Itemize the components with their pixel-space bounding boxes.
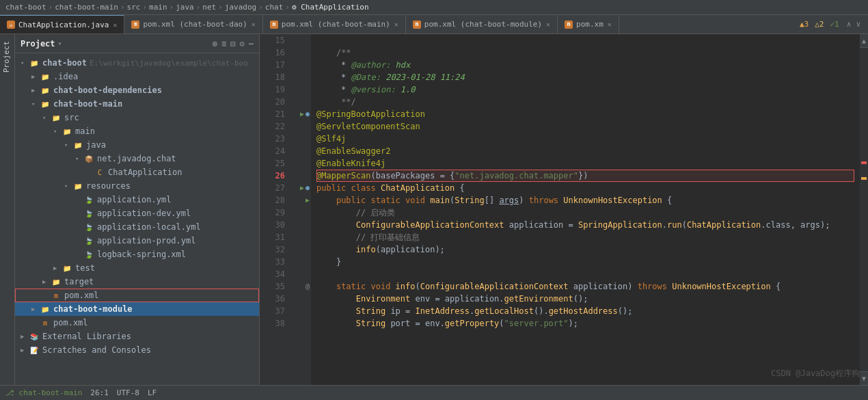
tree-item-label: net.javadog.chat [97, 154, 176, 163]
xml-file-icon-3: m [413, 21, 421, 29]
code-line-18: * @Date: 2023-01-28 11:24 [316, 71, 854, 83]
code-line-27: public class ChatApplication { [316, 182, 854, 194]
code-line-26: @MapperScan(basePackages = {"net.javadog… [316, 170, 854, 182]
tree-scratches[interactable]: ▶ 📝 Scratches and Consoles [15, 343, 259, 357]
toolbar-icon-minimize[interactable]: — [249, 39, 254, 49]
code-line-31: // 打印基础信息 [316, 231, 854, 243]
code-line-37: String ip = InetAddress.getLocalHost().g… [316, 305, 854, 317]
code-line-21: @SpringBootApplication [316, 108, 854, 120]
expand-arrow: ▾ [21, 59, 29, 66]
breadcrumb: chat-boot › chat-boot-main › src › main … [0, 0, 868, 15]
tree-external-libs[interactable]: ▶ 📚 External Libraries [15, 330, 259, 343]
tree-item-label: .idea [53, 72, 78, 81]
folder-icon: 📁 [40, 85, 51, 95]
tree-item-label: External Libraries [42, 332, 131, 341]
line-numbers: 15 16 17 18 19 20 21 22 23 24 25 26 27 2… [260, 34, 290, 385]
tree-root[interactable]: ▾ 📁 chat-boot E:\workgit\javadog\example… [15, 56, 259, 70]
line-col: 26:1 [90, 388, 109, 397]
scroll-down-arrow[interactable]: ▼ [862, 375, 866, 382]
code-line-32: info(application); [316, 243, 854, 256]
tree-item-label: target [64, 277, 94, 286]
tree-chat-application[interactable]: ▶ C ChatApplication [15, 165, 259, 179]
package-icon: 📦 [83, 154, 94, 163]
toolbar-icon-settings[interactable]: ⚙ [240, 39, 245, 49]
tree-target[interactable]: ▶ 📁 target [15, 275, 259, 289]
code-line-15 [316, 34, 854, 46]
folder-icon: 📁 [62, 126, 72, 136]
code-line-17: * @author: hdx [316, 59, 854, 71]
xml-file-icon: m [131, 21, 139, 29]
tree-app-local-yml[interactable]: ▶ 🍃 application-local.yml [15, 220, 259, 234]
tree-app-prod-yml[interactable]: ▶ 🍃 application-prod.yml [15, 234, 259, 248]
library-icon: 📚 [29, 332, 40, 341]
xml-file-icon-2: m [270, 21, 278, 29]
xml-root-pom-icon: m [40, 318, 51, 328]
java-class-icon: C [94, 168, 105, 177]
tree-item-label: chat-boot-dependencies [53, 85, 162, 95]
tree-test[interactable]: ▶ 📁 test [15, 261, 259, 275]
file-tree: ▾ 📁 chat-boot E:\workgit\javadog\example… [15, 53, 259, 385]
tab-pom-dao[interactable]: m pom.xml (chat-boot-dao) ✕ [124, 15, 262, 34]
code-line-19: * @version: 1.0 [316, 83, 854, 96]
file-tree-panel: Project ▾ ⊕ ≡ ⊟ ⚙ — ▾ 📁 chat-boot E:\wor… [15, 34, 260, 385]
scratches-icon: 📝 [29, 345, 40, 355]
tree-resources[interactable]: ▾ 📁 resources [15, 179, 259, 193]
tree-item-label: main [75, 126, 95, 136]
project-dropdown-arrow[interactable]: ▾ [58, 40, 62, 47]
watermark: CSDN @JavaDog程序狗 [771, 368, 860, 379]
tree-src[interactable]: ▾ 📁 src [15, 111, 259, 124]
main-layout: Project Project ▾ ⊕ ≡ ⊟ ⚙ — ▾ 📁 chat-boo… [0, 34, 868, 385]
tree-item-label: pom.xml [64, 291, 99, 300]
watch-icon[interactable]: ● [306, 108, 310, 120]
status-bar: ⎇ chat-boot-main 26:1 UTF-8 LF CSDN @Jav… [0, 385, 868, 400]
run-icon-2[interactable]: ▶ [300, 182, 304, 194]
status-left: ⎇ chat-boot-main 26:1 UTF-8 LF [5, 388, 157, 397]
tree-package[interactable]: ▾ 📦 net.javadog.chat [15, 152, 259, 165]
tree-chat-boot-module[interactable]: ▶ 📁 chat-boot-module [15, 302, 259, 316]
tab-pom-module[interactable]: m pom.xml (chat-boot-module) ✕ [406, 15, 558, 34]
code-line-22: @ServletComponentScan [316, 120, 854, 133]
warning-marker [861, 177, 867, 180]
tab-pom-extra[interactable]: m pom.xm ✕ [558, 15, 619, 34]
code-line-29: // 启动类 [316, 206, 854, 219]
tree-logback[interactable]: ▶ 🍃 logback-spring.xml [15, 248, 259, 261]
tree-item-label: Scratches and Consoles [42, 345, 151, 355]
tree-java[interactable]: ▾ 📁 java [15, 138, 259, 152]
folder-icon: 📁 [40, 72, 51, 81]
code-line-16: /** [316, 46, 854, 59]
tree-app-dev-yml[interactable]: ▶ 🍃 application-dev.yml [15, 206, 259, 220]
tree-item-label: chat-boot-module [53, 304, 133, 314]
encoding: UTF-8 [117, 388, 139, 397]
left-sidebar: Project [0, 34, 15, 385]
tree-main[interactable]: ▾ 📁 main [15, 124, 259, 138]
run-icon[interactable]: ▶ [300, 108, 304, 120]
tree-item-label: src [64, 113, 79, 122]
watch-icon-2[interactable]: ● [306, 182, 310, 194]
right-scrollbar[interactable]: ▲ ▼ [860, 34, 868, 385]
run-icon-3[interactable]: ▶ [306, 194, 310, 206]
xml-pom-icon: m [51, 291, 62, 300]
yml-local-icon: 🍃 [83, 222, 94, 232]
tab-chat-application[interactable]: ☕ ChatApplication.java ✕ [0, 15, 124, 34]
tree-idea[interactable]: ▶ 📁 .idea [15, 70, 259, 83]
tree-pom-xml[interactable]: ▶ m pom.xml [15, 289, 259, 302]
code-line-25: @EnableKnife4j [316, 157, 854, 170]
toolbar-icon-add[interactable]: ⊕ [213, 39, 217, 49]
code-lines-content: /** * @author: hdx * @Date: 2023-01-28 1… [311, 34, 860, 385]
tree-dependencies[interactable]: ▶ 📁 chat-boot-dependencies [15, 83, 259, 97]
tree-item-label: ChatApplication [108, 168, 182, 177]
test-folder-icon: 📁 [62, 263, 72, 273]
tree-item-label: logback-spring.xml [97, 250, 186, 259]
folder-icon: 📁 [72, 181, 83, 191]
toolbar-icon-collapse[interactable]: ⊟ [230, 39, 235, 49]
tree-chat-boot-main[interactable]: ▾ 📁 chat-boot-main [15, 97, 259, 111]
tree-item-label: test [75, 263, 95, 273]
tab-pom-main[interactable]: m pom.xml (chat-boot-main) ✕ [263, 15, 406, 34]
tree-app-yml[interactable]: ▶ 🍃 application.yml [15, 193, 259, 206]
scroll-up-arrow[interactable]: ▲ [862, 37, 866, 44]
tree-root-pom[interactable]: ▶ m pom.xml [15, 316, 259, 330]
toolbar-icon-list[interactable]: ≡ [221, 39, 226, 49]
folder-icon: 📁 [40, 99, 51, 109]
module-folder-icon: 📁 [40, 304, 51, 314]
folder-icon: 📁 [51, 113, 62, 122]
